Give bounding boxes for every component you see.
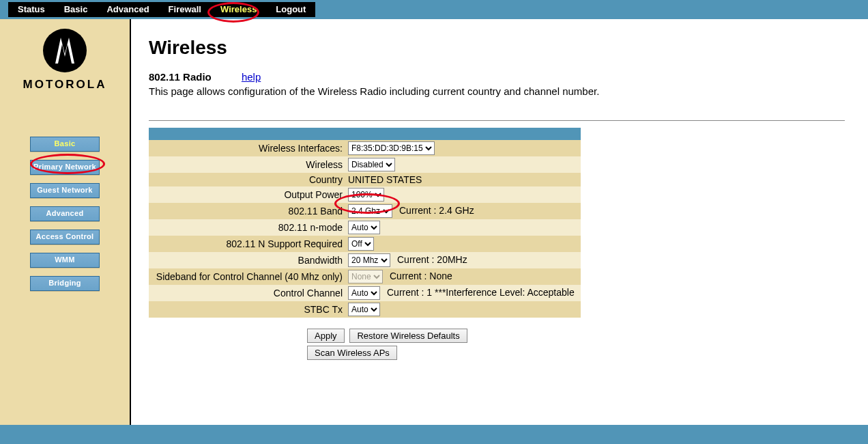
settings-table: Wireless Interfaces:F8:35:DD:3D:9B:15Wir… [149, 128, 581, 318]
select-802-11-n-support-required[interactable]: Off [348, 237, 374, 251]
current-value-text: Current : 1 ***Interference Level: Accep… [387, 287, 575, 298]
sidebar: MOTOROLA BasicPrimary NetworkGuest Netwo… [0, 19, 131, 425]
table-row: 802.11 N Support RequiredOff [149, 236, 581, 252]
select-control-channel[interactable]: Auto [348, 286, 380, 300]
current-value-text: Current : 20MHz [397, 254, 467, 265]
setting-value-cell: Disabled [345, 156, 581, 173]
help-link[interactable]: help [242, 71, 261, 83]
apply-button[interactable]: Apply [307, 329, 345, 343]
table-row: STBC TxAuto [149, 301, 581, 318]
sidebar-item-guest-network[interactable]: Guest Network [30, 183, 100, 198]
topnav-item-advanced[interactable]: Advanced [97, 2, 158, 17]
select-wireless-interfaces[interactable]: F8:35:DD:3D:9B:15 [348, 141, 435, 155]
setting-label: Control Channel [149, 285, 345, 301]
setting-value-cell: NoneCurrent : None [345, 268, 581, 285]
current-value-text: Current : 2.4 GHz [399, 205, 474, 216]
setting-value-cell: Off [345, 236, 581, 252]
static-value: UNITED STATES [348, 174, 422, 185]
select-stbc-tx[interactable]: Auto [348, 303, 380, 316]
table-row: Bandwidth20 MhzCurrent : 20MHz [149, 252, 581, 268]
table-row: Output Power100% [149, 186, 581, 203]
topnav-item-status[interactable]: Status [8, 2, 55, 17]
select-802-11-n-mode[interactable]: Auto [348, 221, 380, 234]
setting-label: Wireless Interfaces: [149, 140, 345, 156]
sidebar-item-basic[interactable]: Basic [30, 137, 100, 152]
table-row: Wireless Interfaces:F8:35:DD:3D:9B:15 [149, 140, 581, 156]
footer-bar [0, 425, 868, 444]
scan-aps-button[interactable]: Scan Wireless APs [307, 346, 397, 360]
setting-value-cell: 2.4 GhzCurrent : 2.4 GHz [345, 203, 581, 219]
select-output-power[interactable]: 100% [348, 188, 384, 202]
sidebar-item-bridging[interactable]: Bridging [30, 276, 100, 291]
page-description: This page allows configuration of the Wi… [149, 85, 868, 97]
page-title: Wireless [149, 37, 868, 59]
divider [149, 120, 845, 121]
setting-value-cell: UNITED STATES [345, 173, 581, 186]
setting-label: Sideband for Control Channel (40 Mhz onl… [149, 268, 345, 285]
topnav-item-wireless[interactable]: Wireless [211, 2, 266, 17]
current-value-text: Current : None [390, 270, 452, 281]
setting-value-cell: 100% [345, 186, 581, 203]
table-row: 802.11 n-modeAuto [149, 219, 581, 236]
sidebar-item-access-control[interactable]: Access Control [30, 230, 100, 245]
setting-value-cell: F8:35:DD:3D:9B:15 [345, 140, 581, 156]
section-title: 802.11 Radio [149, 71, 212, 83]
setting-label: Wireless [149, 156, 345, 173]
setting-label: 802.11 N Support Required [149, 236, 345, 252]
setting-label: Country [149, 173, 345, 186]
motorola-logo-icon [43, 29, 87, 72]
setting-value-cell: 20 MhzCurrent : 20MHz [345, 252, 581, 268]
setting-label: 802.11 Band [149, 203, 345, 219]
setting-value-cell: Auto [345, 219, 581, 236]
table-row: Sideband for Control Channel (40 Mhz onl… [149, 268, 581, 285]
setting-value-cell: Auto [345, 301, 581, 318]
setting-label: Output Power [149, 186, 345, 203]
brand-text: MOTOROLA [0, 78, 130, 92]
setting-label: Bandwidth [149, 252, 345, 268]
table-row: CountryUNITED STATES [149, 173, 581, 186]
sidebar-item-advanced[interactable]: Advanced [30, 206, 100, 221]
setting-label: 802.11 n-mode [149, 219, 345, 236]
table-row: 802.11 Band2.4 GhzCurrent : 2.4 GHz [149, 203, 581, 219]
select-802-11-band[interactable]: 2.4 Ghz [348, 204, 392, 218]
topnav-item-firewall[interactable]: Firewall [159, 2, 211, 17]
select-bandwidth[interactable]: 20 Mhz [348, 253, 390, 267]
restore-defaults-button[interactable]: Restore Wireless Defaults [349, 329, 467, 343]
action-row: Apply Restore Wireless Defaults Scan Wir… [149, 327, 738, 361]
select-wireless[interactable]: Disabled [348, 158, 395, 171]
select-sideband-for-control-channel-40-mhz-only: None [348, 270, 383, 283]
table-row: WirelessDisabled [149, 156, 581, 173]
setting-label: STBC Tx [149, 301, 345, 318]
sidebar-item-primary-network[interactable]: Primary Network [30, 160, 100, 175]
table-row: Control ChannelAutoCurrent : 1 ***Interf… [149, 285, 581, 301]
topnav-item-basic[interactable]: Basic [55, 2, 98, 17]
sidebar-item-wmm[interactable]: WMM [30, 253, 100, 268]
topnav-item-logout[interactable]: Logout [266, 2, 315, 17]
setting-value-cell: AutoCurrent : 1 ***Interference Level: A… [345, 285, 581, 301]
top-nav: StatusBasicAdvancedFirewallWirelessLogou… [0, 0, 868, 19]
main-content: Wireless 802.11 Radio help This page all… [131, 19, 868, 425]
